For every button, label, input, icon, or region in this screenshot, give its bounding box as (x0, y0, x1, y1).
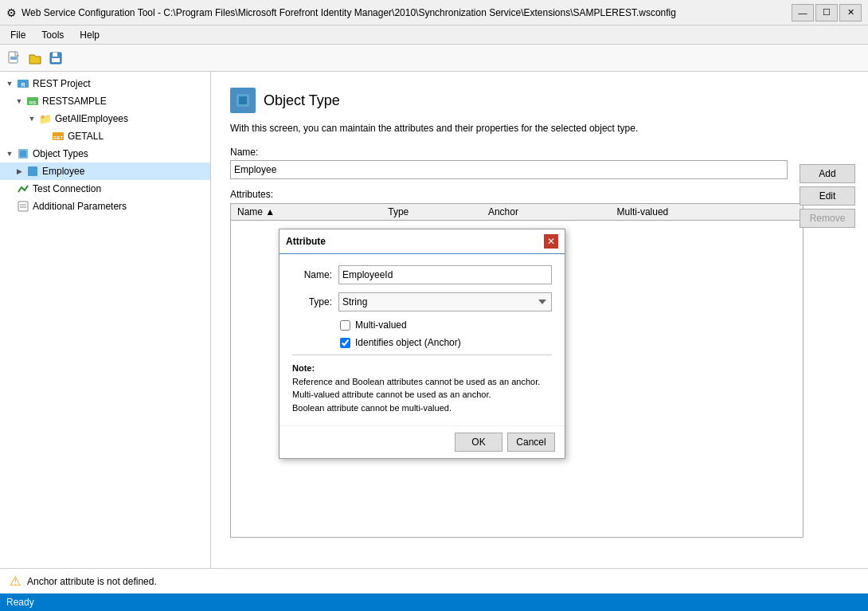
close-button[interactable]: ✕ (839, 4, 862, 22)
getall-icon: GET (51, 129, 65, 143)
multivalued-checkbox[interactable] (340, 320, 350, 331)
attributes-label: Attributes: (230, 189, 849, 200)
tree-label-object-types: Object Types (33, 148, 88, 159)
new-button[interactable] (5, 49, 24, 68)
expander-restsample[interactable]: ▼ (13, 95, 25, 108)
section-header: Object Type (230, 88, 849, 113)
expander-employee[interactable]: ▶ (13, 165, 25, 178)
warning-icon: ⚠ (10, 574, 21, 589)
modal-name-input[interactable] (338, 265, 552, 284)
anchor-label: Identifies object (Anchor) (355, 337, 461, 348)
svg-rect-19 (239, 96, 247, 104)
modal-type-select[interactable]: String Integer Boolean Reference (338, 292, 552, 311)
edit-button[interactable]: Edit (800, 186, 855, 206)
modal-body: Name: Type: String Integer Boole (280, 254, 565, 425)
name-input[interactable] (230, 160, 788, 179)
remove-button[interactable]: Remove (800, 209, 855, 228)
svg-text:GET: GET (53, 135, 64, 140)
modal-footer: OK Cancel (280, 425, 565, 458)
tree-label-rest-project: REST Project (33, 78, 90, 89)
tree-label-test-connection: Test Connection (33, 183, 101, 194)
test-connection-icon (16, 182, 30, 196)
menu-file[interactable]: File (3, 27, 33, 43)
tree-item-restsample[interactable]: ▼ RS RESTSAMPLE (0, 92, 210, 110)
minimize-button[interactable]: — (792, 4, 814, 22)
save-button[interactable] (46, 49, 65, 68)
additional-params-icon (16, 199, 30, 213)
note-line1: Reference and Boolean attributes cannot … (292, 375, 552, 389)
expander-object-types[interactable]: ▼ (3, 147, 16, 160)
save-icon (49, 51, 63, 65)
expander-getallemployees[interactable]: ▼ (25, 112, 38, 125)
modal-multivalued-row: Multi-valued (292, 319, 552, 331)
folder-icon: 📁 (38, 112, 53, 126)
modal-anchor-row: Identifies object (Anchor) (292, 337, 552, 348)
status-bar: Ready (0, 593, 868, 611)
tree-panel: ▼ R REST Project ▼ RS RESTSAMPLE ▼ (0, 72, 211, 568)
attributes-table-container: Name ▲ Type Anchor Multi-valued (230, 203, 803, 538)
modal-type-label: Type: (292, 296, 332, 307)
tree-item-getall[interactable]: ▶ GET GETALL (0, 127, 210, 145)
tree-item-object-types[interactable]: ▼ Object Types (0, 145, 210, 163)
rest-project-icon: R (16, 76, 30, 91)
menu-tools[interactable]: Tools (34, 27, 71, 43)
employee-icon (25, 164, 40, 178)
tree-item-rest-project[interactable]: ▼ R REST Project (0, 75, 210, 92)
note-line3: Boolean attribute cannot be multi-valued… (292, 401, 552, 415)
modal-name-label: Name: (292, 269, 332, 280)
app-icon: ⚙ (6, 6, 17, 19)
open-icon (28, 51, 42, 65)
tree-item-additional-parameters[interactable]: ▶ Additional Parameters (0, 198, 210, 215)
tree-item-getallemployees[interactable]: ▼ 📁 GetAllEmployees (0, 110, 210, 127)
new-icon (7, 51, 22, 65)
attribute-dialog: Attribute ✕ Name: (279, 229, 565, 459)
tree-item-employee[interactable]: ▶ Employee (0, 163, 210, 180)
svg-text:RS: RS (29, 100, 36, 105)
modal-titlebar: Attribute ✕ (280, 229, 565, 254)
status-text: Ready (6, 597, 34, 608)
description: With this screen, you can maintain the a… (230, 123, 708, 134)
content-panel: Object Type With this screen, you can ma… (211, 72, 868, 568)
main-layout: ▼ R REST Project ▼ RS RESTSAMPLE ▼ (0, 72, 868, 568)
maximize-button[interactable]: ☐ (815, 4, 838, 22)
ok-button[interactable]: OK (455, 433, 502, 452)
modal-type-row: Type: String Integer Boolean Reference (292, 292, 552, 311)
tree-label-getall: GETALL (68, 131, 104, 142)
modal-title: Attribute (286, 236, 326, 247)
modal-overlay: Attribute ✕ Name: (279, 213, 803, 221)
svg-rect-4 (53, 53, 57, 57)
svg-rect-13 (20, 151, 26, 157)
svg-text:R: R (21, 82, 25, 88)
note-line2: Multi-valued attribute cannot be used as… (292, 388, 552, 401)
section-title: Object Type (264, 92, 340, 109)
warning-text: Anchor attribute is not defined. (27, 576, 157, 587)
tree-item-test-connection[interactable]: ▶ Test Connection (0, 180, 210, 198)
open-button[interactable] (25, 49, 45, 68)
modal-name-row: Name: (292, 265, 552, 284)
window-title: Web Service Configuration Tool - C:\Prog… (22, 7, 787, 18)
menu-bar: File Tools Help (0, 25, 868, 45)
window-controls: — ☐ ✕ (792, 4, 862, 22)
anchor-checkbox[interactable] (340, 338, 350, 348)
add-button[interactable]: Add (800, 164, 855, 183)
modal-close-button[interactable]: ✕ (544, 234, 558, 249)
col-name-label: Name (237, 206, 263, 217)
restsample-icon: RS (25, 94, 40, 108)
sort-icon: ▲ (265, 206, 275, 217)
name-field-group: Name: (230, 147, 849, 179)
multivalued-label: Multi-valued (355, 319, 407, 331)
expander-rest-project[interactable]: ▼ (3, 77, 16, 90)
title-bar: ⚙ Web Service Configuration Tool - C:\Pr… (0, 0, 868, 25)
tree-label-additional-parameters: Additional Parameters (33, 201, 127, 212)
tree-label-getallemployees: GetAllEmployees (55, 113, 128, 124)
svg-rect-15 (18, 202, 28, 211)
object-types-icon (16, 147, 30, 161)
svg-rect-14 (28, 166, 37, 176)
tree-label-restsample: RESTSAMPLE (42, 96, 107, 107)
svg-rect-5 (52, 58, 60, 62)
menu-help[interactable]: Help (72, 27, 107, 43)
note-label: Note: (292, 363, 315, 373)
tree-label-employee: Employee (42, 166, 84, 177)
cancel-button[interactable]: Cancel (507, 433, 555, 452)
toolbar (0, 45, 868, 72)
